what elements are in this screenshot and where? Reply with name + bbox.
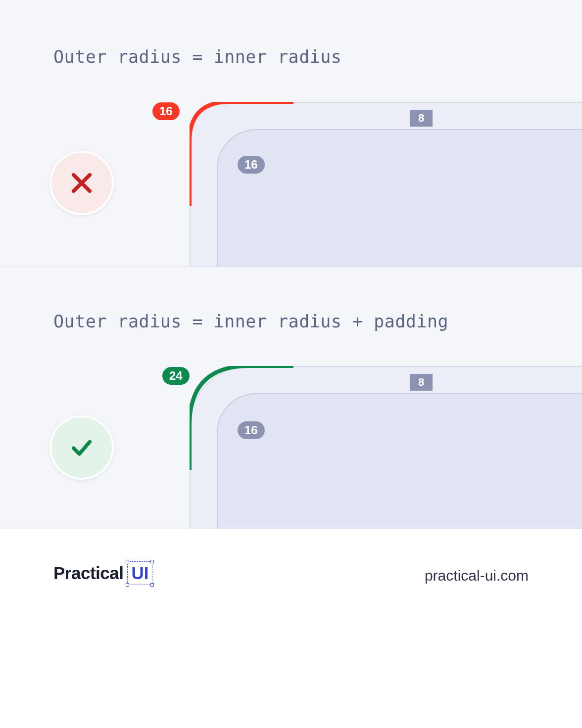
selection-handle-icon — [150, 560, 154, 563]
brand-logo: Practical UI — [53, 561, 152, 585]
footer: Practical UI practical-ui.com — [0, 529, 582, 728]
selection-box-icon — [127, 561, 152, 585]
outer-radius-pill-bad: 16 — [152, 102, 180, 120]
status-bad-badge — [49, 151, 114, 215]
inner-radius-pill-good: 16 — [238, 421, 265, 439]
footer-url: practical-ui.com — [425, 567, 529, 584]
panel-bad-example: Outer radius = inner radius 16 16 8 — [0, 0, 582, 267]
panel-good-example: Outer radius = inner radius + padding 24… — [0, 267, 582, 529]
inner-radius-pill-bad: 16 — [238, 156, 265, 174]
brand-ui-box: UI — [127, 561, 152, 585]
padding-label-bad: 8 — [410, 110, 433, 127]
inner-box-bad — [217, 129, 582, 267]
padding-label-good: 8 — [410, 374, 433, 391]
inner-box-good — [217, 393, 582, 529]
status-good-badge — [49, 415, 114, 480]
selection-handle-icon — [126, 583, 129, 587]
bad-title: Outer radius = inner radius — [53, 47, 341, 67]
selection-handle-icon — [150, 583, 154, 587]
check-icon — [68, 434, 96, 461]
brand-word: Practical — [53, 563, 123, 583]
selection-handle-icon — [126, 560, 129, 563]
outer-radius-pill-good: 24 — [162, 367, 190, 385]
good-title: Outer radius = inner radius + padding — [53, 312, 448, 331]
cross-icon — [68, 169, 96, 197]
